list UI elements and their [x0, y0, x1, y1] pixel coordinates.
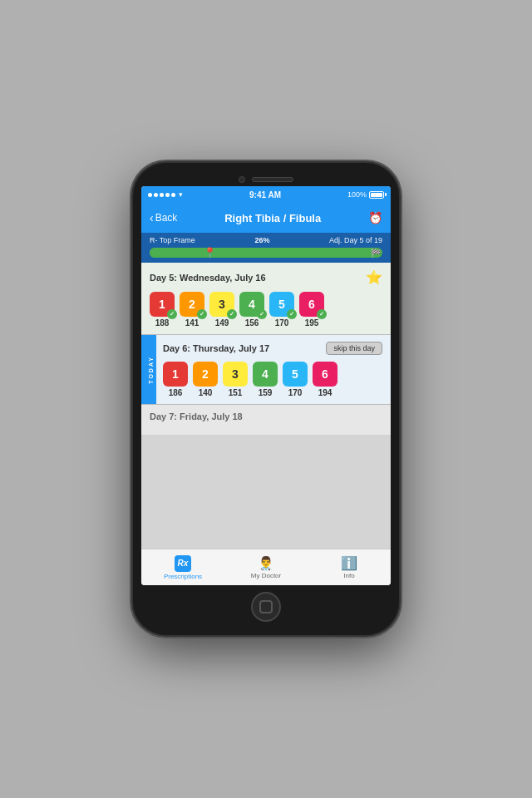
wifi-icon: ▾ — [179, 190, 183, 199]
day5-exercise-4-container: 4 ✓ — [239, 292, 264, 317]
day5-exercise-5-value: 170 — [275, 318, 289, 328]
day6-exercise-5-container: 5 — [283, 362, 308, 387]
battery-icon — [369, 191, 384, 199]
status-bar: ▾ 9:41 AM 100% — [141, 186, 391, 203]
day5-exercise-6-container: 6 ✓ — [299, 292, 324, 317]
rx-icon: Rx — [175, 555, 191, 572]
back-button[interactable]: ‹ Back — [150, 212, 177, 224]
signal-indicator — [148, 193, 175, 197]
day7-card: Day 7: Friday, July 18 — [141, 405, 391, 435]
day6-exercise-3-container: 3 — [223, 362, 248, 387]
signal-dot-3 — [160, 193, 164, 197]
today-sidebar: TODAY — [145, 335, 156, 404]
day6-exercise-2[interactable]: 2 140 — [193, 362, 218, 397]
day7-header: Day 7: Friday, July 18 — [150, 411, 382, 421]
day5-exercise-4[interactable]: 4 ✓ 156 — [239, 292, 264, 328]
today-text: TODAY — [148, 356, 154, 384]
back-chevron-icon: ‹ — [150, 212, 154, 224]
day5-exercise-1-container: 1 ✓ — [150, 292, 175, 317]
day6-exercise-6-value: 194 — [318, 388, 332, 397]
day5-title: Day 5: Wednesday, July 16 — [150, 273, 266, 283]
content-area: Day 5: Wednesday, July 16 ⭐ 1 ✓ 188 — [141, 263, 391, 549]
day6-exercise-2-num: 2 — [193, 362, 218, 387]
progress-track: 📍 🏁 — [150, 248, 382, 258]
status-left: ▾ — [148, 190, 183, 199]
phone-frame: ▾ 9:41 AM 100% ‹ Back Right Tibia / Fibu… — [133, 163, 399, 635]
progress-pin-icon: 📍 — [204, 247, 216, 259]
day6-exercise-3-value: 151 — [229, 388, 243, 397]
day5-exercise-4-value: 156 — [245, 318, 259, 328]
day5-exercise-4-check: ✓ — [257, 309, 267, 319]
signal-dot-4 — [165, 193, 170, 197]
progress-frame-label: R- Top Frame — [150, 236, 195, 244]
day5-exercise-3-check: ✓ — [227, 309, 237, 319]
progress-percent-label: 26% — [254, 236, 269, 244]
tab-info[interactable]: ℹ️ Info — [308, 549, 391, 585]
day5-exercise-1[interactable]: 1 ✓ 188 — [150, 292, 175, 328]
alarm-icon[interactable]: ⏰ — [368, 211, 382, 224]
day5-exercise-2-value: 141 — [185, 318, 200, 328]
day5-exercise-6-check: ✓ — [317, 309, 327, 319]
progress-area: R- Top Frame 26% Adj. Day 5 of 19 📍 🏁 — [141, 233, 391, 263]
info-icon: ℹ️ — [341, 555, 357, 571]
tab-bar: Rx Prescriptions 👨‍⚕️ My Doctor ℹ️ Info — [141, 549, 391, 585]
speaker — [252, 177, 293, 182]
day6-exercise-1-value: 186 — [169, 388, 183, 397]
tab-prescriptions[interactable]: Rx Prescriptions — [141, 549, 224, 585]
progress-flag-icon: 🏁 — [371, 249, 381, 258]
day7-title: Day 7: Friday, July 18 — [150, 411, 243, 421]
day5-exercise-2-container: 2 ✓ — [180, 292, 204, 317]
day6-exercise-3[interactable]: 3 151 — [223, 362, 248, 397]
day5-exercise-3[interactable]: 3 ✓ 149 — [209, 292, 234, 328]
star-icon: ⭐ — [366, 269, 382, 285]
day5-header: Day 5: Wednesday, July 16 ⭐ — [150, 269, 382, 285]
day6-title: Day 6: Thursday, July 17 — [163, 343, 269, 353]
day6-header: Day 6: Thursday, July 17 skip this day — [163, 342, 382, 355]
day6-exercise-3-num: 3 — [223, 362, 248, 387]
doctor-icon: 👨‍⚕️ — [258, 555, 274, 571]
phone-top-hardware — [141, 171, 391, 186]
day6-exercise-1-container: 1 — [163, 362, 188, 387]
day6-exercise-2-container: 2 — [193, 362, 218, 387]
tab-my-doctor[interactable]: 👨‍⚕️ My Doctor — [224, 549, 308, 585]
status-right: 100% — [347, 190, 384, 199]
day5-exercise-6[interactable]: 6 ✓ 195 — [299, 292, 324, 328]
day5-exercise-6-value: 195 — [305, 318, 319, 328]
status-time: 9:41 AM — [249, 190, 281, 200]
day5-exercise-1-check: ✓ — [167, 309, 177, 319]
day6-exercises: 1 186 2 140 3 — [163, 362, 382, 397]
day6-exercise-5-value: 170 — [288, 388, 303, 397]
signal-dot-2 — [154, 193, 158, 197]
signal-dot-5 — [171, 193, 175, 197]
home-button[interactable] — [251, 592, 281, 622]
tab-prescriptions-label: Prescriptions — [164, 573, 202, 580]
day6-exercise-4-value: 159 — [259, 388, 273, 397]
skip-this-day-button[interactable]: skip this day — [326, 342, 382, 355]
day6-exercise-6-container: 6 — [313, 362, 337, 387]
day6-exercise-4-container: 4 — [253, 362, 278, 387]
tab-my-doctor-label: My Doctor — [251, 572, 281, 579]
day6-exercise-5[interactable]: 5 170 — [283, 362, 308, 397]
day6-exercise-4-num: 4 — [253, 362, 278, 387]
nav-title: Right Tibia / Fibula — [177, 212, 368, 224]
day6-exercise-6-num: 6 — [313, 362, 337, 387]
day6-exercise-1-num: 1 — [163, 362, 188, 387]
day5-exercise-2[interactable]: 2 ✓ 141 — [180, 292, 204, 328]
day6-exercise-5-num: 5 — [283, 362, 308, 387]
phone-bottom-hardware — [141, 585, 391, 627]
day6-exercise-4[interactable]: 4 159 — [253, 362, 278, 397]
day6-exercise-6[interactable]: 6 194 — [313, 362, 337, 397]
day5-exercise-5-check: ✓ — [287, 309, 297, 319]
day6-exercise-2-value: 140 — [199, 388, 213, 397]
day6-exercise-1[interactable]: 1 186 — [163, 362, 188, 397]
battery-fill — [371, 193, 382, 197]
battery-percentage: 100% — [347, 190, 367, 199]
day5-exercise-1-value: 188 — [155, 318, 170, 328]
progress-labels: R- Top Frame 26% Adj. Day 5 of 19 — [150, 236, 382, 244]
nav-bar: ‹ Back Right Tibia / Fibula ⏰ — [141, 203, 391, 233]
signal-dot-1 — [148, 193, 152, 197]
day5-exercise-5-container: 5 ✓ — [269, 292, 294, 317]
tab-info-label: Info — [343, 572, 354, 579]
screen: ▾ 9:41 AM 100% ‹ Back Right Tibia / Fibu… — [141, 186, 391, 585]
day5-exercise-5[interactable]: 5 ✓ 170 — [269, 292, 294, 328]
